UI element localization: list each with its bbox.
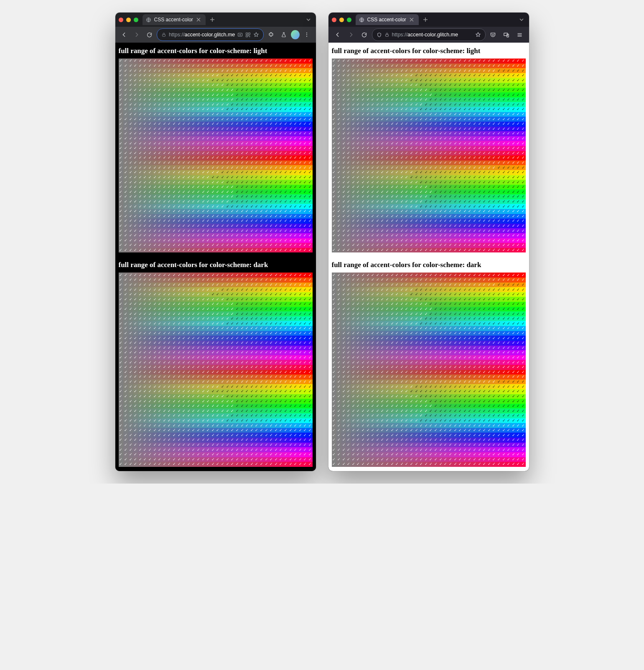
swatch-cell: ✓ bbox=[259, 380, 264, 385]
swatch-cell: ✓ bbox=[148, 136, 153, 141]
swatch-cell: ✓ bbox=[259, 68, 264, 73]
swatch-cell: ✓ bbox=[191, 428, 196, 433]
reload-button[interactable] bbox=[359, 29, 370, 41]
swatch-cell: ✓ bbox=[366, 350, 371, 355]
browser-tab[interactable]: CSS accent-color bbox=[356, 14, 419, 25]
swatch-cell: ✓ bbox=[477, 399, 482, 404]
window-close-icon[interactable] bbox=[332, 18, 336, 22]
swatch-cell: ✓ bbox=[487, 175, 492, 180]
swatch-cell: ✓ bbox=[370, 447, 375, 452]
swatch-cell: ✓ bbox=[196, 370, 201, 375]
swatch-cell: ✓ bbox=[230, 336, 235, 341]
swatch-cell: ✓ bbox=[181, 292, 186, 297]
labs-icon[interactable] bbox=[278, 29, 289, 41]
swatch-cell: ✓ bbox=[448, 404, 453, 409]
swatch-cell: ✓ bbox=[201, 228, 206, 233]
browser-tab[interactable]: CSS accent-color bbox=[143, 14, 206, 25]
swatch-cell: ✓ bbox=[511, 316, 516, 321]
kebab-menu-icon[interactable] bbox=[301, 29, 312, 41]
swatch-cell: ✓ bbox=[385, 151, 390, 156]
forward-button[interactable] bbox=[345, 29, 357, 41]
swatch-cell: ✓ bbox=[419, 350, 424, 355]
swatch-cell: ✓ bbox=[433, 97, 438, 102]
swatch-cell: ✓ bbox=[361, 457, 366, 462]
swatch-cell: ✓ bbox=[477, 136, 482, 141]
swatch-cell: ✓ bbox=[390, 78, 395, 83]
swatch-cell: ✓ bbox=[274, 297, 279, 302]
swatch-cell: ✓ bbox=[162, 131, 167, 136]
swatch-cell: ✓ bbox=[448, 273, 453, 278]
window-close-icon[interactable] bbox=[119, 18, 123, 22]
swatch-cell: ✓ bbox=[390, 165, 395, 170]
swatch-cell: ✓ bbox=[472, 248, 477, 253]
reload-button[interactable] bbox=[144, 29, 155, 41]
swatch-cell: ✓ bbox=[419, 346, 424, 351]
swatch-cell: ✓ bbox=[255, 457, 260, 462]
swatch-cell: ✓ bbox=[487, 204, 492, 209]
swatch-cell: ✓ bbox=[249, 423, 255, 428]
address-bar[interactable]: https://accent-color.glitch.me bbox=[157, 28, 264, 41]
swatch-cell: ✓ bbox=[361, 78, 366, 83]
responsive-design-icon[interactable] bbox=[501, 29, 512, 41]
swatch-cell: ✓ bbox=[230, 83, 235, 88]
swatch-cell: ✓ bbox=[424, 73, 429, 78]
window-maximize-icon[interactable] bbox=[347, 18, 351, 22]
swatch-cell: ✓ bbox=[123, 199, 128, 204]
pocket-icon[interactable] bbox=[487, 29, 499, 41]
swatch-cell: ✓ bbox=[128, 321, 133, 326]
new-tab-button[interactable] bbox=[207, 15, 217, 25]
swatch-cell: ✓ bbox=[511, 175, 516, 180]
back-button[interactable] bbox=[332, 29, 344, 41]
swatch-cell: ✓ bbox=[162, 452, 167, 457]
swatch-cell: ✓ bbox=[269, 204, 274, 209]
swatch-cell: ✓ bbox=[356, 287, 361, 292]
star-icon[interactable] bbox=[253, 32, 259, 38]
chevron-down-icon[interactable] bbox=[304, 15, 313, 24]
swatch-cell: ✓ bbox=[341, 384, 346, 389]
swatch-cell: ✓ bbox=[162, 146, 167, 151]
swatch-cell: ✓ bbox=[269, 307, 274, 312]
window-minimize-icon[interactable] bbox=[339, 18, 344, 22]
extensions-icon[interactable] bbox=[265, 29, 276, 41]
forward-button[interactable] bbox=[131, 29, 142, 41]
swatch-cell: ✓ bbox=[521, 355, 526, 360]
star-icon[interactable] bbox=[475, 32, 481, 38]
swatch-cell: ✓ bbox=[409, 457, 414, 462]
qr-code-icon[interactable] bbox=[245, 32, 251, 38]
swatch-cell: ✓ bbox=[482, 180, 487, 185]
chevron-down-icon[interactable] bbox=[517, 15, 526, 24]
close-icon[interactable] bbox=[196, 17, 201, 23]
swatch-cell: ✓ bbox=[123, 224, 128, 229]
swatch-cell: ✓ bbox=[477, 248, 482, 253]
swatch-cell: ✓ bbox=[487, 59, 492, 64]
swatch-cell: ✓ bbox=[492, 64, 497, 69]
swatch-cell: ✓ bbox=[123, 238, 128, 243]
swatch-cell: ✓ bbox=[390, 346, 395, 351]
swatch-cell: ✓ bbox=[143, 278, 148, 283]
swatch-cell: ✓ bbox=[181, 224, 186, 229]
swatch-cell: ✓ bbox=[255, 370, 260, 375]
new-tab-button[interactable] bbox=[420, 15, 430, 25]
shield-icon[interactable] bbox=[377, 32, 382, 38]
swatch-cell: ✓ bbox=[429, 194, 434, 199]
address-bar[interactable]: https://accent-color.glitch.me bbox=[372, 28, 486, 41]
window-minimize-icon[interactable] bbox=[126, 18, 131, 22]
close-icon[interactable] bbox=[409, 17, 415, 23]
swatch-cell: ✓ bbox=[216, 346, 221, 351]
profile-avatar[interactable] bbox=[291, 30, 300, 39]
swatch-cell: ✓ bbox=[395, 316, 400, 321]
swatch-cell: ✓ bbox=[220, 151, 225, 156]
swatch-cell: ✓ bbox=[511, 370, 516, 375]
hamburger-menu-icon[interactable] bbox=[514, 29, 526, 41]
swatch-cell: ✓ bbox=[511, 408, 516, 413]
window-maximize-icon[interactable] bbox=[134, 18, 138, 22]
swatch-cell: ✓ bbox=[298, 331, 303, 336]
back-button[interactable] bbox=[119, 29, 130, 41]
swatch-cell: ✓ bbox=[496, 433, 501, 438]
swatch-cell: ✓ bbox=[153, 394, 158, 399]
swatch-cell: ✓ bbox=[472, 170, 477, 175]
swatch-cell: ✓ bbox=[269, 283, 274, 288]
swatch-cell: ✓ bbox=[438, 413, 443, 418]
swatch-cell: ✓ bbox=[211, 418, 216, 423]
install-app-icon[interactable] bbox=[237, 32, 243, 38]
